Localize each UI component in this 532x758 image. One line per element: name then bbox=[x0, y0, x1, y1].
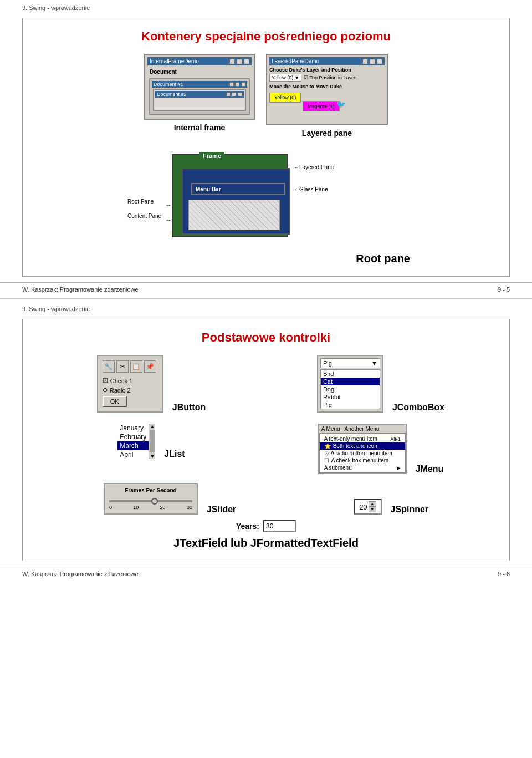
demo-checkbox[interactable]: ☑ Check 1 bbox=[103, 377, 158, 384]
rp-content-arrow: → bbox=[165, 216, 172, 224]
combo-item-cat[interactable]: Cat bbox=[321, 378, 380, 385]
scrollbar-up[interactable]: ▲ bbox=[150, 424, 155, 429]
page: 9. Swing - wprowadzenie Kontenery specja… bbox=[0, 0, 532, 581]
inner-maximize-1[interactable]: □ bbox=[235, 82, 239, 87]
maximize-btn[interactable]: □ bbox=[237, 59, 242, 64]
lp-close[interactable]: ✕ bbox=[377, 59, 382, 64]
jmenu-submenu[interactable]: A submenu ▶ bbox=[320, 464, 405, 471]
iconify-btn[interactable]: ─ bbox=[229, 59, 235, 64]
tool-btn-2[interactable]: ✂ bbox=[116, 360, 129, 373]
jtextfield-formatted-label: JFormattedTextField bbox=[250, 537, 359, 549]
rp-content-pane-label: Content Pane bbox=[127, 213, 161, 219]
inner-frame-title-1: Document #1 ─ □ ✕ bbox=[152, 81, 247, 88]
jbutton-widget-row: 🔧 ✂ 📋 📌 ☑ Check 1 ⊙ Radio 2 bbox=[97, 355, 206, 413]
jbutton-widget: 🔧 ✂ 📋 📌 ☑ Check 1 ⊙ Radio 2 bbox=[97, 355, 163, 413]
page-divider bbox=[0, 298, 532, 299]
lp-select[interactable]: Yellow (0) ▼ bbox=[269, 74, 301, 82]
inner-iconify-2[interactable]: ─ bbox=[226, 92, 231, 96]
textfield-input[interactable]: 30 bbox=[263, 520, 296, 532]
layered-pane-caption: Layered pane bbox=[302, 129, 352, 138]
spinner-down-btn[interactable]: ▼ bbox=[369, 507, 376, 512]
combo-header[interactable]: Pig ▼ bbox=[320, 358, 380, 368]
jcombobox-demo-section: Pig ▼ Bird Cat Dog Rabbit Pig JComboBox bbox=[274, 355, 487, 413]
inner-close-2[interactable]: ✕ bbox=[238, 92, 242, 96]
document-label: Document bbox=[147, 67, 252, 77]
rp-root-pane-label: Root Pane bbox=[127, 199, 154, 205]
checkbox-icon: ☑ bbox=[103, 377, 108, 384]
tool-btn-1[interactable]: 🔧 bbox=[103, 360, 115, 373]
internal-frame-title: InternalFrameDemo bbox=[150, 58, 199, 64]
combo-item-pig2[interactable]: Pig bbox=[321, 401, 380, 409]
spinner-up-btn[interactable]: ▲ bbox=[369, 501, 376, 507]
slider-ticks: 0 10 20 30 bbox=[109, 505, 192, 510]
demo-toolbar: 🔧 ✂ 📋 📌 bbox=[103, 360, 158, 373]
slide1: Kontenery specjalne pośredniego poziomu … bbox=[22, 18, 510, 277]
inner-frame-1: Document #1 ─ □ ✕ Document #2 bbox=[149, 78, 250, 115]
lp-top-position-label: Top Position in Layer bbox=[309, 75, 356, 80]
jmenu-anothermenu[interactable]: Another Menu bbox=[345, 426, 380, 432]
doc1-label: Document #1 bbox=[154, 82, 183, 87]
combo-item-dog[interactable]: Dog bbox=[321, 385, 380, 393]
layered-pane-section: LayeredPaneDemo ─ □ ✕ Choose Duke's Laye… bbox=[266, 54, 388, 138]
jmenu-textonly[interactable]: A text-only menu item Alt-1 bbox=[320, 435, 405, 442]
jmenu-icon: ⭐ bbox=[324, 443, 331, 449]
inner-title-buttons-1: ─ □ ✕ bbox=[229, 82, 245, 87]
lp-magenta-box: Magenta (1) 🐦 bbox=[303, 101, 340, 111]
jspinner-widget-row: 20 ▲ ▼ JSpinner bbox=[354, 499, 428, 515]
internal-frame-demo: InternalFrameDemo ─ □ ✕ Document Documen… bbox=[144, 54, 255, 120]
ok-button[interactable]: OK bbox=[103, 396, 127, 407]
lp-choose-section: Choose Duke's Layer and Position Yellow … bbox=[269, 67, 385, 82]
title-buttons: ─ □ ✕ bbox=[229, 59, 249, 64]
inner-title-buttons-2: ─ □ ✕ bbox=[226, 91, 242, 97]
jmenu-checkbox-icon: ☐ bbox=[324, 457, 329, 464]
slider-spinner-row: Frames Per Second 0 10 20 30 JSlider bbox=[34, 483, 498, 515]
root-pane-diagram: Frame Menu Bar ←Layered Pane ←Glass Pane… bbox=[122, 149, 410, 265]
jmenu-radioitem[interactable]: ⊙ A radio button menu item bbox=[320, 450, 405, 457]
scrollbar-down[interactable]: ▼ bbox=[150, 454, 155, 459]
demo-radio[interactable]: ⊙ Radio 2 bbox=[103, 386, 158, 394]
jcombobox-label: JComboBox bbox=[392, 403, 444, 413]
combo-item-rabbit[interactable]: Rabbit bbox=[321, 393, 380, 401]
jmenu-checkboxitem[interactable]: ☐ A check box menu item bbox=[320, 457, 405, 464]
jlist-demo-section: January February March April ▲ ▼ bbox=[45, 424, 258, 474]
jlist-february[interactable]: February bbox=[117, 433, 149, 441]
jlist-scrollbar[interactable]: ▲ ▼ bbox=[149, 424, 155, 459]
jmenu-shortcut: Alt-1 bbox=[390, 436, 401, 442]
jmenu-amenu[interactable]: A Menu bbox=[321, 426, 340, 432]
slider-track[interactable] bbox=[109, 500, 192, 502]
radio-label: Radio 2 bbox=[110, 387, 131, 394]
tool-btn-3[interactable]: 📋 bbox=[130, 360, 142, 373]
lp-select-arrow: ▼ bbox=[294, 75, 299, 80]
jmenu-widget: A Menu Another Menu A text-only menu ite… bbox=[318, 424, 407, 474]
jmenu-dropdown: A text-only menu item Alt-1 ⭐ Both text … bbox=[319, 434, 406, 473]
rp-frame-label: Frame bbox=[200, 152, 224, 160]
close-btn[interactable]: ✕ bbox=[244, 59, 249, 64]
lp-top-position-checkbox[interactable]: ☑ Top Position in Layer bbox=[304, 75, 356, 80]
jspinner-label: JSpinner bbox=[391, 505, 428, 515]
lp-iconify[interactable]: ─ bbox=[362, 59, 368, 64]
checkbox-label: Check 1 bbox=[110, 378, 132, 384]
jlist-april[interactable]: April bbox=[117, 450, 149, 459]
lp-maximize[interactable]: □ bbox=[370, 59, 375, 64]
jmenu-textonly-label: A text-only menu item bbox=[324, 436, 377, 442]
jlist-label: JList bbox=[164, 449, 185, 459]
slide2-bottom: Years: 30 JTextField lub JFormattedTextF… bbox=[34, 520, 498, 550]
jmenu-iconitem[interactable]: ⭐ Both text and icon bbox=[320, 442, 405, 450]
slider-thumb[interactable] bbox=[151, 498, 158, 505]
jmenu-menubar: A Menu Another Menu bbox=[319, 425, 406, 434]
jbutton-demo-section: 🔧 ✂ 📋 📌 ☑ Check 1 ⊙ Radio 2 bbox=[45, 355, 258, 413]
jlist-march[interactable]: March bbox=[117, 441, 149, 450]
inner-iconify-1[interactable]: ─ bbox=[229, 82, 234, 87]
inner-close-1[interactable]: ✕ bbox=[241, 82, 245, 87]
inner-maximize-2[interactable]: □ bbox=[232, 92, 236, 96]
slide2: Podstawowe kontrolki 🔧 ✂ 📋 📌 ☑ Ch bbox=[22, 319, 510, 561]
combo-dropdown-arrow: ▼ bbox=[371, 360, 377, 367]
footer2-right: 9 - 6 bbox=[498, 571, 510, 577]
tool-btn-4[interactable]: 📌 bbox=[144, 360, 156, 373]
jlist-january[interactable]: January bbox=[117, 424, 149, 433]
scrollbar-thumb bbox=[150, 430, 155, 452]
rp-glass-arrow-label: ←Glass Pane bbox=[294, 186, 328, 192]
footer1-left: W. Kasprzak: Programowanie zdarzeniowe bbox=[22, 286, 139, 293]
combo-item-bird[interactable]: Bird bbox=[321, 370, 380, 378]
jmenu-demo-section: A Menu Another Menu A text-only menu ite… bbox=[274, 424, 487, 474]
